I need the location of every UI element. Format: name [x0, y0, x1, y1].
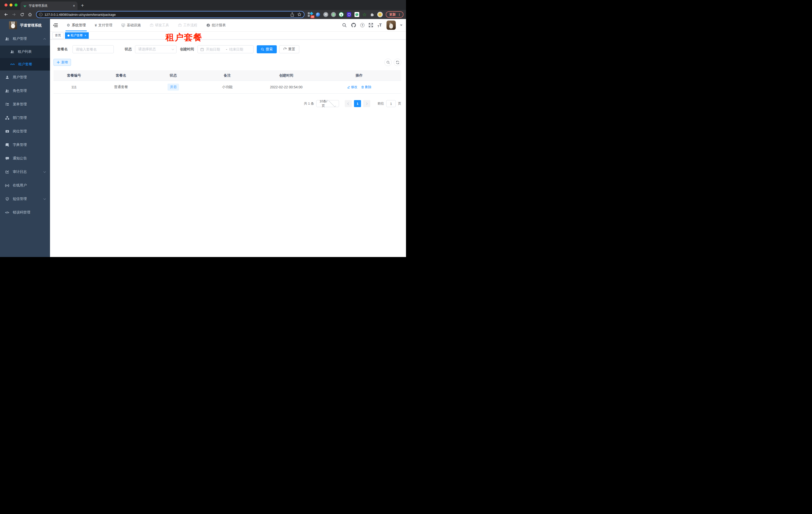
briefcase-icon: [150, 23, 153, 27]
profile-avatar-icon[interactable]: [377, 12, 383, 17]
nav-item-pay[interactable]: ¥ 支付管理: [90, 19, 117, 31]
nav-item-workflow[interactable]: 工作流程: [174, 19, 202, 31]
current-page-button[interactable]: 1: [354, 100, 361, 107]
refresh-table-icon[interactable]: [394, 59, 401, 66]
sidebar-item-tenant-list[interactable]: 租户列表: [0, 46, 50, 58]
header-package-id: 套餐编号: [54, 70, 94, 81]
sidebar-item-tenant-package[interactable]: 租户套餐: [0, 58, 50, 71]
edit-link[interactable]: 修改: [347, 85, 357, 89]
forward-icon[interactable]: [10, 11, 18, 18]
briefcase-icon: [178, 23, 182, 27]
tags-view-bar: 首页 租户套餐 ×: [50, 31, 406, 39]
nav-item-report[interactable]: 统计报表: [202, 19, 230, 31]
github-icon[interactable]: [351, 23, 356, 28]
page-size-select[interactable]: 10条/页: [316, 100, 339, 107]
nav-item-label: 工作流程: [183, 23, 197, 28]
tag-close-icon[interactable]: ×: [85, 34, 86, 37]
cell-remark: 小功能: [199, 81, 256, 93]
site-info-icon[interactable]: i: [39, 13, 42, 16]
nav-item-infra[interactable]: 基础设施: [117, 19, 145, 31]
online-signal-icon: [5, 184, 9, 188]
extension-star-icon[interactable]: ☆: [362, 12, 367, 17]
end-date-input[interactable]: [229, 47, 247, 51]
share-icon[interactable]: [290, 12, 294, 17]
reset-button[interactable]: 重置: [279, 45, 299, 53]
extension-chat-icon[interactable]: [354, 12, 359, 17]
status-badge: 开启: [168, 84, 179, 90]
back-icon[interactable]: [2, 11, 9, 18]
add-button[interactable]: 新增: [54, 59, 71, 66]
table-header-row: 套餐编号 套餐名 状态 备注 创建时间 操作: [54, 70, 401, 81]
sidebar-item-post-management[interactable]: 岗位管理: [0, 125, 50, 138]
bookmark-star-icon[interactable]: [297, 12, 301, 17]
create-time-range-picker[interactable]: -: [198, 45, 254, 53]
filter-form: 套餐名 状态 请选择状态 创建时间 -: [54, 45, 401, 53]
nav-item-system[interactable]: 系统管理: [62, 19, 90, 31]
tag-home[interactable]: 首页: [53, 32, 63, 39]
zoom-window-button[interactable]: [14, 3, 18, 6]
collapse-sidebar-icon[interactable]: [53, 23, 58, 27]
minimize-window-button[interactable]: [9, 3, 12, 6]
new-tab-button[interactable]: +: [81, 3, 84, 8]
reload-icon[interactable]: [19, 11, 26, 18]
extension-gem-icon[interactable]: [315, 12, 321, 17]
delete-link[interactable]: 删除: [361, 85, 372, 89]
nav-item-dev-tools[interactable]: 研发工具: [145, 19, 174, 31]
top-navbar: 系统管理 ¥ 支付管理 基础设施: [50, 19, 406, 31]
nav-item-label: 基础设施: [127, 23, 141, 28]
sidebar-logo[interactable]: 芋道管理系统: [0, 19, 50, 31]
user-avatar[interactable]: [386, 21, 396, 30]
extensions-puzzle-icon[interactable]: [370, 12, 375, 17]
extension-command-icon[interactable]: ⌘: [323, 12, 328, 17]
sidebar-item-label: 短信管理: [13, 197, 27, 201]
url-bar[interactable]: i 127.0.0.1:48080/admin-ui/system/tenant…: [36, 11, 304, 18]
sidebar-item-label: 租户套餐: [18, 62, 32, 66]
url-text[interactable]: 127.0.0.1:48080/admin-ui/system/tenant/p…: [45, 13, 288, 17]
extension-shield-icon[interactable]: [346, 12, 352, 17]
search-button[interactable]: 搜索: [257, 45, 277, 53]
sidebar-item-label: 错误码管理: [13, 210, 30, 215]
sidebar-item-notice[interactable]: 通知公告: [0, 152, 50, 165]
tag-tenant-package[interactable]: 租户套餐 ×: [65, 32, 89, 39]
sidebar-item-role-management[interactable]: 角色管理: [0, 84, 50, 98]
nav-item-label: 支付管理: [98, 23, 112, 28]
browser-tab[interactable]: 芋道管理系统 ×: [21, 1, 78, 10]
sidebar-item-dict-management[interactable]: 字典管理: [0, 138, 50, 152]
avatar-caret-icon[interactable]: [400, 25, 403, 26]
cell-package-id: 111: [54, 81, 94, 93]
sidebar-item-sms-management[interactable]: 短信管理: [0, 192, 50, 206]
header-status: 状态: [147, 70, 199, 81]
fullscreen-icon[interactable]: [368, 23, 374, 28]
monitor-icon: [121, 23, 125, 27]
next-page-button[interactable]: [363, 100, 370, 107]
help-icon[interactable]: ?: [360, 23, 365, 27]
message-icon: [5, 156, 9, 161]
sidebar-item-audit-log[interactable]: 审计日志: [0, 165, 50, 179]
sidebar-item-user-management[interactable]: 用户管理: [0, 71, 50, 84]
sidebar-item-menu-management[interactable]: 菜单管理: [0, 98, 50, 111]
show-search-toggle-icon[interactable]: [384, 59, 392, 66]
goto-page-input[interactable]: [386, 100, 396, 107]
close-window-button[interactable]: [4, 3, 7, 6]
extension-blue-diamond-icon[interactable]: 10: [308, 12, 313, 17]
start-date-input[interactable]: [206, 47, 224, 51]
sidebar-item-error-code-management[interactable]: </> 错误码管理: [0, 206, 50, 219]
chrome-update-button[interactable]: 更新 ⋮: [386, 11, 404, 18]
package-name-input[interactable]: [72, 45, 114, 53]
sidebar-item-dept-management[interactable]: 部门管理: [0, 111, 50, 125]
chevron-down-icon: [172, 48, 174, 50]
home-icon[interactable]: [27, 11, 33, 18]
status-select[interactable]: 请选择状态: [135, 45, 176, 53]
font-size-icon[interactable]: TT: [377, 23, 382, 28]
tab-close-icon[interactable]: ×: [73, 4, 75, 7]
sidebar-item-tenant-management[interactable]: 租户管理: [0, 32, 50, 46]
tree-table-icon: [5, 102, 9, 107]
lashes-icon: [10, 62, 15, 66]
sidebar-item-online-users[interactable]: 在线用户: [0, 179, 50, 192]
prev-page-button[interactable]: [345, 100, 352, 107]
chrome-menu-icon[interactable]: ⋮: [398, 13, 401, 16]
app-title: 芋道管理系统: [20, 23, 42, 28]
extension-y-icon[interactable]: y: [339, 12, 344, 17]
extension-green-dot-icon[interactable]: [331, 12, 336, 17]
header-search-icon[interactable]: [342, 23, 347, 28]
